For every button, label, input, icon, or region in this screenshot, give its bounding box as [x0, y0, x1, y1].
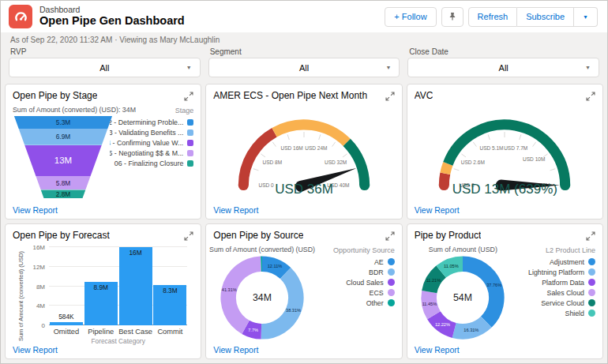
card-title: Pipe by Product [415, 230, 482, 241]
gauge-tick [474, 142, 477, 147]
card-avc-gauge: AVC USD 0USD 2.6MUSD 5.1MUSD 7.7MUSD 10M… [407, 84, 603, 220]
legend-label: 04 - Confirming Value W... [110, 139, 183, 147]
gauge-chart-body: USD 0USD 2.6MUSD 5.1MUSD 7.7MUSD 10MUSD … [415, 104, 595, 205]
filter-rvp: RVP All ▼ [9, 47, 201, 77]
donut-chart-title: Sum of Amount (converted) (USD) [209, 246, 315, 253]
page-header: Dashboard Open Pipe Gen Dashboard + Foll… [1, 1, 607, 32]
legend-swatch [588, 310, 595, 317]
legend-item: 04 - Confirming Value W... [110, 139, 193, 147]
button-group: Refresh Subscribe ▼ [468, 7, 598, 27]
gauge-tick-label: USD 32M [325, 159, 347, 165]
view-report-link[interactable]: View Report [13, 205, 58, 215]
legend-item: BDR [369, 268, 395, 276]
y-tick-label: 0 [42, 322, 45, 329]
legend-item: Platform Data [542, 279, 595, 287]
legend-item: 05 - Negotiating $$ & M... [110, 149, 193, 157]
funnel-segment[interactable]: 2.8M [13, 190, 114, 198]
legend-item: Adjustment [550, 258, 595, 266]
filter-value: All [99, 63, 109, 73]
card-title: AMER ECS - Open Pipe Next Month [213, 90, 367, 101]
gauge-tick [454, 169, 460, 171]
legend-swatch [388, 299, 395, 306]
gauge-tick [319, 134, 321, 140]
funnel-segment[interactable]: 5.8M [13, 176, 114, 190]
expand-icon[interactable] [586, 90, 595, 104]
refresh-button[interactable]: Refresh [468, 7, 518, 27]
bar-value-label: 8.9M [77, 283, 126, 291]
legend-label: BDR [369, 268, 384, 276]
card-title: Open Pipe by Forecast [13, 230, 110, 241]
chart-legend: Opportunity SourceAEBDRCloud SalesECSOth… [311, 244, 395, 345]
filter-close-date-select[interactable]: All ▼ [407, 58, 599, 77]
expand-icon[interactable] [586, 230, 595, 244]
x-tick-label: Omitted [49, 328, 84, 336]
chevron-down-icon: ▼ [583, 14, 588, 20]
view-report-link[interactable]: View Report [213, 345, 258, 355]
bar-value-label: 8.3M [145, 287, 194, 295]
legend-label: AE [374, 258, 384, 266]
y-tick-label: 16M [32, 244, 45, 251]
view-report-link[interactable]: View Report [213, 205, 258, 215]
gauge-tick-label: USD 16M [281, 145, 303, 151]
header-actions: + Follow Refresh Subscribe ▼ [385, 7, 598, 27]
expand-icon[interactable] [385, 230, 395, 244]
view-report-link[interactable]: View Report [415, 345, 460, 355]
more-actions-button[interactable]: ▼ [574, 7, 598, 27]
card-header: AVC [415, 90, 595, 104]
filter-value: All [299, 63, 309, 73]
gauge-tick-label: USD 7.7M [504, 145, 527, 151]
view-report-link[interactable]: View Report [415, 205, 460, 215]
y-tick-label: 4M [36, 302, 45, 310]
funnel-segment[interactable]: 13M [13, 145, 114, 176]
gauge-tick [533, 142, 536, 147]
donut-slice-bdr[interactable] [261, 268, 304, 340]
funnel-segment[interactable]: 5.3M [13, 116, 114, 129]
gauge-tick [550, 169, 556, 171]
legend-swatch [588, 268, 595, 276]
card-title: Open Pipe by Stage [13, 90, 97, 101]
legend-swatch [187, 119, 193, 126]
gauge-band [448, 125, 565, 186]
legend-swatch [187, 150, 193, 156]
filter-segment-select[interactable]: All ▼ [208, 58, 400, 77]
pin-button[interactable] [441, 7, 464, 27]
chevron-down-icon: ▼ [186, 65, 192, 70]
legend-item: ECS [370, 289, 395, 297]
legend-swatch [388, 258, 395, 265]
expand-icon[interactable] [184, 90, 193, 104]
slice-percent-label: 12.11% [268, 264, 283, 268]
legend-label: Service Cloud [541, 299, 584, 307]
gauge-glyph [13, 9, 28, 24]
filter-rvp-select[interactable]: All ▼ [9, 58, 201, 77]
gauge-chart-body: USD 0USD 8MUSD 16MUSD 24MUSD 32MUSD 40MU… [213, 104, 394, 205]
y-tick-label: 8M [36, 283, 45, 290]
card-pipe-by-product: Pipe by Product Sum of Amount (USD)37.76… [407, 223, 603, 359]
legend-title: Opportunity Source [333, 246, 395, 254]
expand-icon[interactable] [385, 90, 395, 104]
slice-percent-label: 11.21% [426, 278, 441, 283]
legend-item: Lightning Platform [528, 268, 595, 276]
view-report-link[interactable]: View Report [13, 345, 58, 355]
chevron-down-icon: ▼ [585, 65, 591, 70]
bar-commit[interactable]: 8.3M [153, 285, 186, 325]
filter-value: All [499, 63, 509, 73]
bar-omitted[interactable]: 584K [50, 322, 83, 325]
gauge-band-cap [359, 180, 370, 190]
follow-button[interactable]: + Follow [385, 7, 436, 27]
pin-icon [448, 12, 457, 21]
legend-swatch [187, 140, 193, 146]
legend-label: Adjustment [550, 258, 584, 266]
expand-icon[interactable] [184, 230, 193, 244]
legend-swatch [388, 268, 395, 276]
funnel-segment[interactable]: 6.9M [13, 129, 114, 145]
bar-pipeline[interactable]: 8.9M [84, 282, 118, 325]
x-tick-label: Commit [152, 328, 187, 336]
gauge-tick-label: USD 2.6M [461, 159, 485, 165]
slice-percent-label: 38.31% [286, 308, 301, 313]
record-type-label: Dashboard [39, 6, 185, 15]
gauge-band-cap [439, 180, 449, 190]
card-header: Open Pipe by Source [213, 230, 394, 244]
filter-label: Segment [210, 47, 400, 56]
gauge-tick-label: USD 0 [258, 182, 274, 188]
subscribe-button[interactable]: Subscribe [517, 7, 574, 27]
